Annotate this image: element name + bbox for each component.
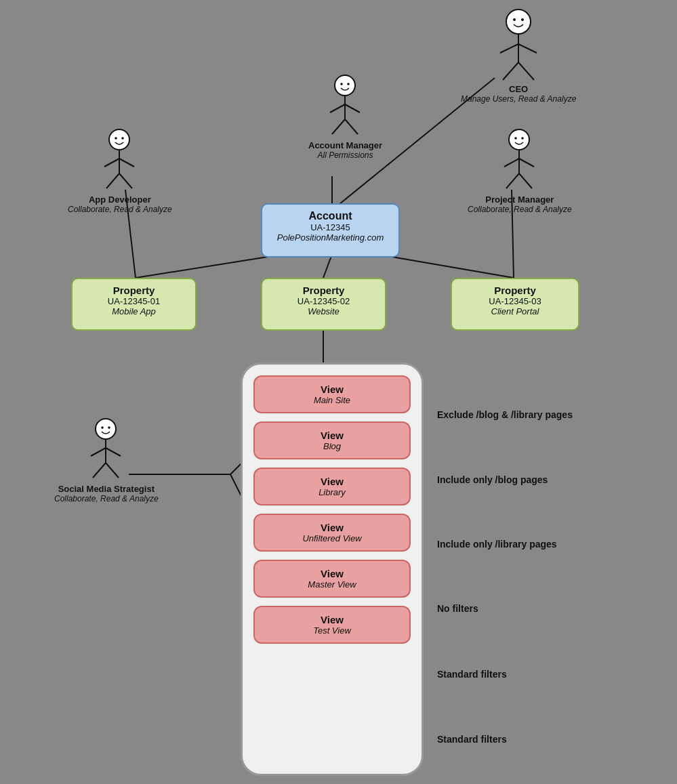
property-3-id: UA-12345-03 (461, 296, 569, 306)
social-media-figure: Social Media Strategist Collaborate, Rea… (54, 417, 159, 503)
view-box-3: View Library (253, 468, 411, 506)
svg-point-12 (513, 18, 516, 21)
view-1-url: Main Site (268, 395, 396, 405)
view-box-1: View Main Site (253, 375, 411, 413)
svg-point-43 (96, 419, 116, 439)
svg-point-44 (102, 426, 104, 429)
view-2-url: Blog (268, 441, 396, 451)
svg-line-26 (345, 119, 358, 134)
svg-line-47 (91, 448, 106, 456)
account-manager-sublabel: All Permissions (318, 150, 373, 160)
svg-line-24 (345, 104, 360, 112)
ceo-figure: CEO Manage Users, Read & Analyze (461, 7, 576, 104)
ceo-sublabel: Manage Users, Read & Analyze (461, 94, 576, 104)
property-3-url: Client Portal (461, 306, 569, 316)
property-1-title: Property (82, 285, 186, 296)
svg-line-41 (506, 173, 519, 188)
account-manager-label: Account Manager (308, 140, 382, 150)
account-title: Account (273, 210, 388, 222)
account-url: PolePositionMarketing.com (273, 232, 388, 243)
view-1-title: View (268, 384, 396, 395)
svg-point-29 (122, 137, 125, 140)
svg-point-37 (522, 137, 525, 140)
view-5-url: Master View (268, 579, 396, 590)
svg-point-28 (115, 137, 118, 140)
view-label-6: Standard filters (437, 734, 661, 745)
view-6-url: Test View (268, 625, 396, 636)
view-box-6: View Test View (253, 606, 411, 644)
account-manager-figure: Account Manager All Permissions (308, 73, 382, 160)
account-id: UA-12345 (273, 222, 388, 232)
project-manager-sublabel: Collaborate, Read & Analyze (468, 205, 572, 214)
svg-line-42 (519, 173, 532, 188)
property-3-title: Property (461, 285, 569, 296)
svg-line-4 (136, 254, 285, 278)
property-box-3: Property UA-12345-03 Client Portal (451, 278, 579, 331)
svg-point-21 (347, 83, 350, 85)
view-label-1: Exclude /blog & /library pages (437, 409, 661, 420)
svg-point-20 (340, 83, 343, 85)
views-container: View Main Site View Blog View Library Vi… (241, 363, 424, 776)
svg-line-6 (376, 254, 514, 278)
view-3-url: Library (268, 487, 396, 497)
app-developer-sublabel: Collaborate, Read & Analyze (68, 205, 172, 214)
property-box-2: Property UA-12345-02 Website (261, 278, 386, 331)
project-manager-figure: Project Manager Collaborate, Read & Anal… (468, 127, 572, 214)
svg-line-17 (503, 62, 518, 80)
app-developer-figure: App Developer Collaborate, Read & Analyz… (68, 127, 172, 214)
svg-point-19 (335, 75, 355, 96)
app-developer-label: App Developer (89, 194, 151, 205)
view-box-4: View Unfiltered View (253, 514, 411, 552)
svg-point-36 (515, 137, 518, 140)
project-manager-label: Project Manager (485, 194, 554, 205)
svg-line-32 (119, 159, 134, 167)
view-label-4: No filters (437, 603, 661, 614)
svg-line-5 (323, 254, 332, 278)
view-3-title: View (268, 476, 396, 487)
social-media-label: Social Media Strategist (58, 484, 155, 494)
svg-line-31 (104, 159, 119, 167)
view-5-title: View (268, 568, 396, 579)
social-media-sublabel: Collaborate, Read & Analyze (54, 494, 159, 503)
view-label-5: Standard filters (437, 669, 661, 680)
svg-line-48 (106, 448, 121, 456)
svg-point-35 (509, 129, 529, 150)
property-2-id: UA-12345-02 (272, 296, 375, 306)
svg-point-45 (108, 426, 111, 429)
view-box-5: View Master View (253, 560, 411, 598)
view-4-title: View (268, 522, 396, 533)
svg-point-11 (506, 9, 531, 34)
property-box-1: Property UA-12345-01 Mobile App (71, 278, 197, 331)
account-box: Account UA-12345 PolePositionMarketing.c… (261, 203, 400, 257)
svg-line-39 (504, 159, 519, 167)
ceo-label: CEO (509, 84, 528, 94)
property-2-url: Website (272, 306, 375, 316)
svg-line-15 (500, 44, 518, 53)
property-1-id: UA-12345-01 (82, 296, 186, 306)
diagram: CEO Manage Users, Read & Analyze Account… (0, 0, 677, 784)
property-1-url: Mobile App (82, 306, 186, 316)
view-2-title: View (268, 430, 396, 441)
view-box-2: View Blog (253, 421, 411, 459)
view-label-2: Include only /blog pages (437, 474, 661, 485)
svg-line-49 (93, 463, 106, 478)
svg-line-25 (332, 119, 345, 134)
view-6-title: View (268, 614, 396, 625)
property-2-title: Property (272, 285, 375, 296)
svg-point-13 (521, 18, 524, 21)
view-4-url: Unfiltered View (268, 533, 396, 543)
svg-line-33 (106, 173, 119, 188)
svg-line-16 (518, 44, 537, 53)
svg-line-34 (119, 173, 132, 188)
svg-line-23 (330, 104, 345, 112)
svg-line-18 (518, 62, 534, 80)
svg-point-27 (109, 129, 129, 150)
svg-line-50 (106, 463, 119, 478)
view-label-3: Include only /library pages (437, 539, 661, 550)
svg-line-40 (519, 159, 534, 167)
